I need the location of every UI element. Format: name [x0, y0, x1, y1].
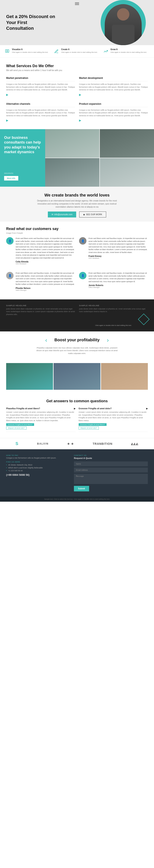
form-email-input[interactable]: [74, 468, 148, 472]
service-market-penetration: Market penetration Congue a nec fermentu…: [6, 75, 75, 97]
logo-s: S: [16, 441, 18, 446]
testimonial-role-2: Sales Manager: [16, 289, 75, 291]
faq-grid: Phasellus Fringilla sit amet libero? ▶ A…: [6, 407, 148, 433]
image-placeholder-2: [100, 129, 154, 158]
footer-how-label: HOW TO PAY: [6, 455, 68, 456]
testimonial-name-3: Jennie Roberts: [89, 284, 148, 286]
business-headline: Our business consultants can help you ad…: [4, 135, 41, 155]
service-title-0: Market penetration: [6, 76, 75, 80]
faq-title: Get answers to common questions: [6, 399, 148, 403]
brands-email-button[interactable]: ✉ info@yoursuite.com: [48, 212, 76, 217]
svg-rect-0: [5, 50, 9, 52]
service-arrow-2[interactable]: ▶: [6, 119, 8, 122]
feature-visualize-title: Visualize It: [12, 48, 48, 51]
footer-address-item-0: 45 Street, Network City, 8910: [6, 463, 68, 466]
svg-point-1: [6, 50, 8, 52]
boost-dark-section: SAMPLE HEADLINE justo donec enim diam vu…: [0, 300, 154, 332]
brands-work-button[interactable]: ◉ SEE OUR WORK: [79, 212, 106, 217]
avatar-2: 👤: [6, 272, 13, 279]
service-product-expansion: Product expansion Congue a nec fermentum…: [79, 101, 148, 123]
faq-tag2-1[interactable]: Aliquam sit amet odio?: [79, 427, 99, 430]
testimonial-role-1: CEO Mediaset: [89, 257, 148, 259]
image-placeholder-4: [100, 158, 154, 187]
testimonials-section: Read what our customers say Image From F…: [0, 222, 154, 300]
business-cta-button[interactable]: More Info: [4, 176, 18, 181]
brands-buttons: ✉ info@yoursuite.com ◉ SEE OUR WORK: [6, 212, 148, 217]
feature-visualize: Visualize It Click again or double click…: [4, 48, 51, 54]
logo-stars: ★ ★: [67, 442, 74, 445]
visualize-icon: [4, 48, 10, 54]
business-left: Our business consultants can help you ad…: [0, 129, 45, 187]
footer-address-label: Find Us Here: [6, 461, 68, 463]
testimonial-2: 👤 Proin sed libero enim sed faucibus tur…: [6, 272, 75, 291]
boost-cta-text[interactable]: Click again or double-click to start edi…: [79, 324, 148, 326]
services-title: What Services Do We Offer: [6, 64, 148, 68]
avatar-3: 👤: [79, 272, 87, 279]
testimonial-text-3: Proin sed libero enim sed faucibus turpi…: [89, 272, 148, 283]
feature-grow-title: Grow It: [111, 48, 147, 51]
faq-arrow-0[interactable]: ▶: [74, 407, 75, 410]
feature-create: Create It Click again or double click to…: [53, 48, 101, 54]
eye-icon: ◉: [83, 213, 85, 216]
menu-icon[interactable]: [75, 2, 79, 5]
testimonial-1: 👤 Proin sed libero enim sed faucibus tur…: [79, 237, 148, 265]
faq-column-right: Gronover Fringilla sit amet dolor? ▶ Ans…: [79, 407, 148, 433]
profit-arrow-right[interactable]: ›: [107, 337, 109, 344]
boost-headline1: SAMPLE HEADLINE: [6, 305, 75, 307]
testimonial-content-2: Proin sed libero enim sed faucibus turpi…: [16, 272, 75, 291]
service-arrow-1[interactable]: ▶: [79, 93, 81, 96]
service-arrow-3[interactable]: ▶: [79, 119, 81, 122]
boost-left: SAMPLE HEADLINE justo donec enim diam vu…: [6, 305, 75, 326]
boost-text1: justo donec enim diam vulputate ut phare…: [6, 308, 75, 316]
faq-question-0[interactable]: Phasellus Fringilla sit amet libero? ▶: [6, 407, 75, 410]
profit-section: ‹ Boost your profitability › Phasellus v…: [0, 332, 154, 363]
footer-contact-label: Contact Us: [74, 455, 148, 456]
service-arrow-0[interactable]: ▶: [6, 93, 8, 96]
footer-how-to-pay: HOW TO PAY Congue a nec fermentum odio e…: [6, 455, 68, 491]
testimonial-content-1: Proin sed libero enim sed faucibus turpi…: [89, 237, 148, 265]
testimonial-text-0: Proin sed libero enim sed faucibus turpi…: [16, 237, 75, 259]
service-title-2: Alternative channels: [6, 102, 75, 105]
brands-title: We create brands the world loves: [6, 193, 148, 197]
testimonial-content-3: Proin sed libero enim sed faucibus turpi…: [89, 272, 148, 291]
logo-balvin: BALVIN: [37, 442, 49, 445]
service-title-1: Market development: [79, 76, 148, 80]
faq-column-left: Phasellus Fringilla sit amet libero? ▶ A…: [6, 407, 75, 433]
gallery-row: [6, 363, 148, 390]
faq-tag-0[interactable]: Gronover Fringilla sit amet libero?: [6, 423, 34, 426]
footer: HOW TO PAY Congue a nec fermentum odio e…: [0, 449, 154, 497]
faq-answer-1: Answer: Lorem ipsum dolor sit amet, cons…: [79, 411, 148, 422]
footer-address-item-1: Which don't Loud Even Slightly Believabl…: [6, 466, 68, 469]
gallery-image-1: [6, 363, 53, 390]
avatar-inner-0: 👤: [6, 237, 13, 245]
form-message-input[interactable]: [74, 474, 148, 484]
profit-text: Phasellus vulputate lorem nisi risus ult…: [36, 347, 118, 355]
bottom-bar-text: Sample text. Click to select the text bo…: [44, 498, 110, 500]
feature-create-text: Create It Click again or double click to…: [61, 48, 97, 53]
testimonial-text-1: Proin sed libero enim sed faucibus turpi…: [89, 237, 148, 254]
faq-tag-1[interactable]: Gronover Fringilla sit amet libero?: [79, 423, 106, 426]
diamond-icon: [138, 313, 150, 325]
form-name-input[interactable]: [74, 461, 148, 466]
services-grid: Market penetration Congue a nec fermentu…: [6, 75, 148, 123]
form-submit-button[interactable]: Submit: [74, 486, 89, 491]
business-section: Our business consultants can help you ad…: [0, 129, 154, 187]
testimonials-subtitle: Image From Freepik: [6, 232, 148, 234]
feature-create-title: Create It: [61, 48, 97, 51]
service-market-development: Market development Congue a nec fermentu…: [79, 75, 148, 97]
image-placeholder-1: [45, 129, 99, 158]
brands-subtitle: Designistics is an international brand a…: [36, 199, 118, 209]
person-silhouette: [105, 4, 142, 45]
feature-create-desc: Click again or double click to start edi…: [61, 51, 97, 53]
faq-question-text-1: Gronover Fringilla sit amet dolor?: [79, 407, 112, 410]
profit-arrow-left[interactable]: ‹: [45, 337, 47, 344]
services-subtitle: We will send you a means and within 1 ho…: [6, 69, 148, 71]
faq-question-1[interactable]: Gronover Fringilla sit amet dolor? ▶: [79, 407, 148, 410]
gallery-image-2: [54, 363, 100, 390]
footer-contact: Contact Us Request A Quote Submit: [74, 455, 148, 491]
faq-arrow-1[interactable]: ▶: [146, 407, 148, 410]
faq-tag2-0[interactable]: Aliquam sit amet odio?: [6, 427, 27, 430]
business-image-3: [45, 158, 99, 187]
brands-section: We create brands the world loves Designi…: [0, 187, 154, 222]
feature-visualize-text: Visualize It Click again or double click…: [12, 48, 48, 53]
